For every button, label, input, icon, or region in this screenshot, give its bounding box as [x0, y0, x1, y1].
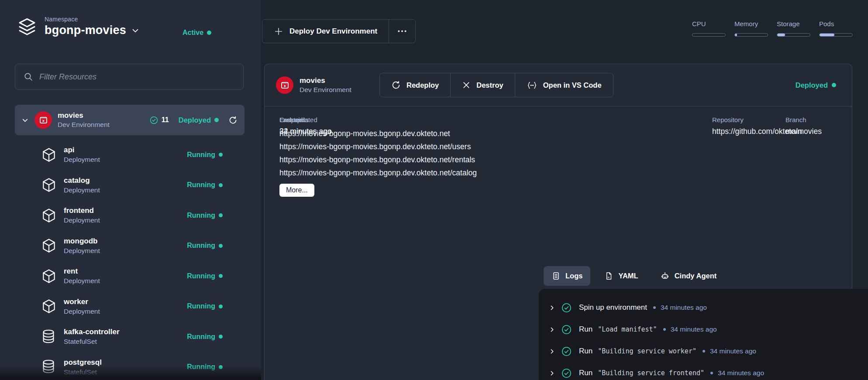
- metric-label: Pods: [819, 20, 853, 27]
- deploy-overflow-menu-button[interactable]: [389, 20, 415, 43]
- metric: Storage: [777, 20, 810, 37]
- logs-icon: [551, 271, 561, 281]
- bullet-dot: [663, 328, 666, 331]
- log-entry: Run "Building service worker" 34 minutes…: [548, 340, 868, 362]
- resource-status-badge: Running: [187, 212, 223, 219]
- success-check-icon: [561, 368, 572, 379]
- chevron-down-icon[interactable]: [131, 26, 140, 35]
- log-entry: Run "Building service frontend" 34 minut…: [548, 362, 868, 380]
- redeploy-icon: [391, 80, 401, 90]
- resource-status-badge: Running: [187, 151, 223, 159]
- collapse-chevron-icon[interactable]: [21, 116, 29, 124]
- status-dot: [832, 83, 836, 87]
- environment-detail-card: movies Dev Environment Redeploy: [264, 64, 852, 380]
- resource-name: api: [64, 145, 100, 155]
- log-timestamp: 34 minutes ago: [710, 347, 756, 355]
- resource-count-badge: 11: [149, 116, 169, 125]
- environment-detail-body: Endpoints https://movies-bgonp-movies.bg…: [265, 106, 852, 197]
- status-dot: [219, 274, 223, 278]
- resource-list-item[interactable]: rent Deployment Running: [0, 261, 261, 291]
- resource-status-badge: Running: [187, 272, 223, 280]
- metric: CPU: [692, 20, 726, 37]
- namespace-block[interactable]: Namespace bgonp-movies: [17, 16, 140, 37]
- resource-list-item[interactable]: kafka-controller StatefulSet Running: [0, 322, 261, 352]
- status-dot: [219, 305, 223, 308]
- log-timestamp: 34 minutes ago: [718, 369, 764, 377]
- environment-kind: Dev Environment: [58, 120, 110, 129]
- environment-name: movies: [58, 111, 110, 120]
- resource-status-badge: Running: [187, 302, 223, 310]
- tab[interactable]: Cindy Agent: [652, 266, 725, 286]
- movies-app-icon: [276, 76, 293, 94]
- metric-progress-bar: [692, 33, 726, 37]
- resource-name: kafka-controller: [64, 327, 120, 337]
- code-braces-icon: [527, 81, 537, 90]
- action-button[interactable]: Open in VS Code: [515, 73, 613, 97]
- status-dot: [219, 335, 223, 339]
- log-command: "Building service frontend": [598, 369, 704, 377]
- namespace-status-badge: Active: [183, 29, 211, 37]
- status-dot: [219, 213, 223, 217]
- endpoint-link[interactable]: https://movies-bgonp-movies.bgonp.dev.ok…: [279, 166, 852, 179]
- resource-status-badge: Running: [187, 181, 223, 189]
- status-dot: [219, 153, 223, 157]
- resource-kind: StatefulSet: [64, 337, 120, 346]
- metadata-value: main: [785, 127, 806, 136]
- metadata-label: Last updated: [279, 116, 332, 123]
- log-title: Run: [579, 369, 592, 377]
- status-dot: [207, 31, 211, 35]
- namespace-label: Namespace: [45, 16, 140, 23]
- expand-chevron-icon[interactable]: [548, 304, 556, 312]
- resource-metrics: CPU Memory Storage Pods: [692, 20, 853, 37]
- metadata-value: 32 minutes ago: [279, 127, 332, 136]
- cube-icon: [41, 237, 57, 254]
- robot-icon: [660, 271, 670, 281]
- detail-environment-kind: Dev Environment: [300, 86, 351, 94]
- resource-name: rent: [64, 267, 100, 276]
- environment-detail-header: movies Dev Environment Redeploy: [265, 64, 852, 106]
- endpoint-link[interactable]: https://movies-bgonp-movies.bgonp.dev.ok…: [279, 153, 852, 166]
- action-button[interactable]: Redeploy: [380, 73, 450, 97]
- status-dot: [219, 244, 223, 248]
- expand-chevron-icon[interactable]: [548, 348, 556, 355]
- tab[interactable]: Logs: [544, 266, 590, 286]
- resource-kind: Deployment: [64, 277, 100, 285]
- log-title: Run: [579, 347, 592, 356]
- movies-app-icon: [34, 111, 52, 129]
- check-circle-icon: [149, 116, 158, 125]
- environment-status-badge: Deployed: [179, 116, 219, 124]
- success-check-icon: [561, 324, 572, 335]
- log-title: Run: [579, 325, 592, 334]
- environment-actions: Redeploy Destroy: [379, 73, 613, 97]
- metadata-column: Branch main: [785, 116, 806, 136]
- metric-progress-fill: [820, 34, 834, 36]
- action-button[interactable]: Destroy: [451, 73, 514, 97]
- deploy-dev-environment-button[interactable]: Deploy Dev Environment: [262, 20, 389, 43]
- resource-name: catalog: [64, 176, 100, 185]
- expand-chevron-icon[interactable]: [548, 370, 556, 377]
- metric-progress-bar: [777, 33, 810, 37]
- metric-label: CPU: [692, 20, 726, 27]
- tab[interactable]: YAML: [596, 266, 646, 286]
- endpoint-link[interactable]: https://movies-bgonp-movies.bgonp.dev.ok…: [279, 140, 852, 153]
- bullet-dot: [710, 372, 713, 374]
- search-icon: [23, 72, 34, 82]
- status-dot: [214, 118, 219, 122]
- resource-list-item[interactable]: mongodb Deployment Running: [0, 231, 261, 261]
- cube-icon: [41, 298, 57, 315]
- resource-list-item[interactable]: catalog Deployment Running: [0, 170, 261, 201]
- search-input[interactable]: [39, 72, 235, 82]
- resource-list-item[interactable]: worker Deployment Running: [0, 291, 261, 322]
- metric-progress-bar: [819, 33, 853, 37]
- more-endpoints-button[interactable]: More...: [279, 184, 314, 197]
- refresh-icon[interactable]: [228, 116, 238, 125]
- resource-list-item[interactable]: frontend Deployment Running: [0, 200, 261, 231]
- sidebar-item-movies-environment[interactable]: movies Dev Environment 11 Deployed: [15, 105, 245, 135]
- resource-status-badge: Running: [187, 333, 223, 341]
- metric: Memory: [734, 20, 768, 37]
- resource-list-item[interactable]: api Deployment Running: [0, 140, 261, 170]
- status-dot: [219, 183, 223, 187]
- deploy-button-group: Deploy Dev Environment: [262, 19, 416, 43]
- resource-list: api Deployment Running catalog Deploymen…: [0, 140, 261, 380]
- expand-chevron-icon[interactable]: [548, 326, 556, 333]
